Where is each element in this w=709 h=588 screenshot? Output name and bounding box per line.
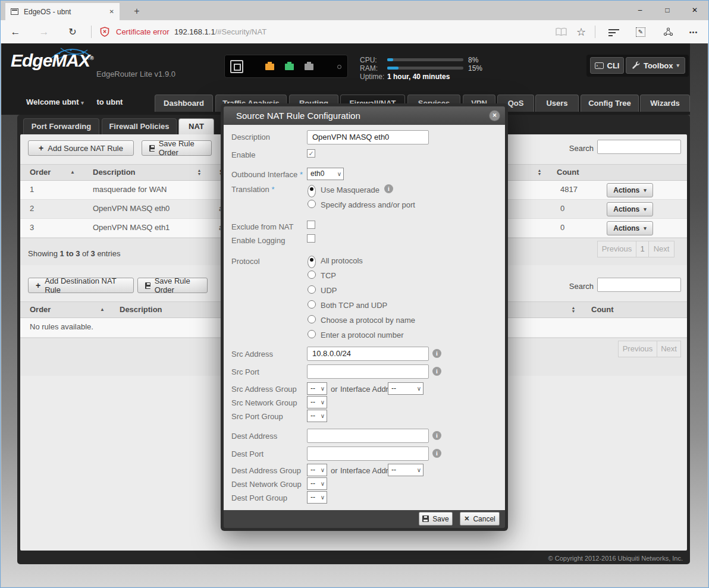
column-order[interactable]: Order — [30, 302, 51, 317]
column-description[interactable]: Description — [93, 165, 136, 180]
previous-page-button-2[interactable]: Previous — [618, 341, 657, 357]
save-button[interactable]: Save — [419, 512, 453, 526]
modal-close-icon[interactable]: ✕ — [490, 111, 500, 121]
window-close-button[interactable]: ✕ — [681, 1, 708, 20]
dest-address-label: Dest Address — [231, 432, 277, 441]
next-page-button[interactable]: Next — [648, 241, 675, 257]
dest-network-group-select[interactable]: --∨ — [307, 477, 327, 490]
protocol-udp-label[interactable]: UDP — [321, 286, 337, 295]
add-source-nat-rule-button[interactable]: + Add Source NAT Rule — [28, 140, 134, 156]
column-order[interactable]: Order — [30, 165, 51, 180]
chevron-down-icon: ▾ — [644, 225, 647, 231]
info-icon[interactable]: i — [384, 184, 393, 193]
hub-icon[interactable] — [608, 20, 620, 43]
specify-address-radio[interactable] — [308, 200, 316, 208]
dest-address-group-select[interactable]: --∨ — [307, 464, 327, 476]
dest-address-input[interactable] — [307, 429, 429, 443]
protocol-number-radio[interactable] — [308, 330, 316, 338]
protocol-all-label[interactable]: All protocols — [321, 256, 363, 265]
protocol-number-label[interactable]: Enter a protocol number — [321, 331, 403, 339]
protocol-tcp-radio[interactable] — [308, 271, 316, 279]
src-port-label: Src Port — [231, 367, 259, 376]
protocol-all-radio[interactable] — [308, 256, 316, 268]
toolbox-button[interactable]: Toolbox ▾ — [626, 57, 685, 74]
translation-label: Translation * — [231, 185, 275, 194]
use-masquerade-label[interactable]: Use Masquerade — [321, 185, 379, 194]
info-icon[interactable]: i — [432, 431, 441, 440]
src-network-group-select[interactable]: --∨ — [307, 396, 327, 408]
add-destination-nat-rule-button[interactable]: + Add Destination NAT Rule — [28, 278, 134, 293]
dest-port-group-select[interactable]: --∨ — [307, 491, 327, 504]
src-address-group-select[interactable]: --∨ — [307, 382, 327, 395]
protocol-both-radio[interactable] — [308, 300, 316, 309]
share-icon[interactable] — [661, 20, 675, 43]
nav-tab-dashboard[interactable]: Dashboard — [155, 95, 213, 112]
column-description[interactable]: Description — [120, 302, 162, 317]
reading-view-icon[interactable] — [554, 20, 568, 43]
protocol-by-name-label[interactable]: Choose a protocol by name — [321, 316, 415, 325]
enable-logging-checkbox[interactable] — [307, 234, 315, 243]
src-address-input[interactable]: 10.8.0.0/24 — [307, 347, 429, 361]
certificate-shield-icon[interactable] — [98, 20, 111, 43]
url-field[interactable]: 192.168.1.1/#Security/NAT — [174, 20, 266, 43]
certificate-error-label[interactable]: Certificate error — [116, 20, 170, 43]
cancel-button[interactable]: ✕ Cancel — [460, 512, 500, 526]
source-nat-search-input[interactable] — [597, 140, 681, 154]
tab-close-icon[interactable]: ✕ — [106, 8, 114, 15]
page-number-button[interactable]: 1 — [636, 241, 649, 257]
browser-tab[interactable]: EdgeOS - ubnt ✕ — [5, 3, 120, 20]
new-tab-button[interactable]: + — [127, 3, 147, 20]
addressbar-divider — [91, 26, 92, 38]
chevron-down-icon: ▾ — [81, 100, 84, 106]
save-rule-order-button[interactable]: Save Rule Order — [142, 140, 212, 156]
dest-nat-search-input[interactable] — [597, 278, 681, 292]
src-interface-addr-select[interactable]: --∨ — [388, 382, 423, 395]
protocol-both-label[interactable]: Both TCP and UDP — [321, 301, 387, 310]
cpu-label: CPU: — [360, 56, 377, 64]
previous-page-button[interactable]: Previous — [597, 241, 636, 257]
web-note-icon[interactable]: ✎ — [633, 20, 648, 43]
info-icon[interactable]: i — [432, 449, 441, 458]
window-minimize-button[interactable]: – — [626, 1, 654, 20]
actions-button[interactable]: Actions ▾ — [607, 221, 653, 235]
outbound-interface-select[interactable]: eth0∨ — [307, 168, 344, 180]
nav-tab-config-tree[interactable]: Config Tree — [581, 95, 639, 112]
use-masquerade-radio[interactable] — [308, 185, 316, 197]
src-port-group-select[interactable]: --∨ — [307, 410, 327, 422]
favorites-star-icon[interactable]: ☆ — [573, 20, 589, 43]
dest-port-input[interactable] — [307, 446, 429, 461]
specify-address-label[interactable]: Specify address and/or port — [321, 200, 415, 209]
protocol-by-name-radio[interactable] — [308, 315, 316, 323]
next-page-button-2[interactable]: Next — [657, 341, 681, 357]
src-port-input[interactable] — [307, 364, 429, 379]
cli-button[interactable]: ›_ CLI — [590, 57, 624, 74]
description-input[interactable]: OpenVPN MASQ eth0 — [307, 130, 429, 144]
save-rule-order-button-2[interactable]: Save Rule Order — [137, 278, 208, 293]
product-version-label: EdgeRouter Lite v1.9.0 — [96, 70, 175, 78]
protocol-label: Protocol — [231, 257, 260, 266]
nav-tab-wizards[interactable]: Wizards — [640, 95, 690, 112]
column-count[interactable]: Count — [591, 302, 614, 317]
more-menu-icon[interactable]: ••• — [683, 20, 704, 43]
save-icon — [422, 515, 429, 522]
dest-interface-addr-select[interactable]: --∨ — [388, 464, 423, 476]
info-icon[interactable]: i — [432, 367, 441, 376]
subtab-port-forwarding[interactable]: Port Forwarding — [23, 118, 99, 134]
plus-icon: + — [36, 281, 40, 290]
nav-tab-users[interactable]: Users — [535, 95, 579, 112]
refresh-icon[interactable]: ↻ — [62, 20, 83, 43]
column-count[interactable]: Count — [557, 165, 579, 180]
enable-checkbox[interactable]: ✓ — [307, 149, 315, 158]
src-port-group-label: Src Port Group — [231, 412, 283, 421]
welcome-menu[interactable]: Welcome ubnt ▾ to ubnt — [26, 98, 123, 106]
protocol-tcp-label[interactable]: TCP — [321, 271, 336, 280]
back-icon[interactable]: ← — [5, 20, 26, 43]
info-icon[interactable]: i — [432, 349, 441, 358]
actions-button[interactable]: Actions ▾ — [607, 183, 653, 197]
subtab-nat[interactable]: NAT — [178, 118, 214, 134]
window-maximize-button[interactable]: □ — [654, 1, 681, 20]
exclude-from-nat-checkbox[interactable] — [307, 221, 315, 229]
subtab-firewall-policies[interactable]: Firewall Policies — [102, 118, 177, 134]
actions-button[interactable]: Actions ▾ — [607, 202, 653, 216]
protocol-udp-radio[interactable] — [308, 285, 316, 294]
